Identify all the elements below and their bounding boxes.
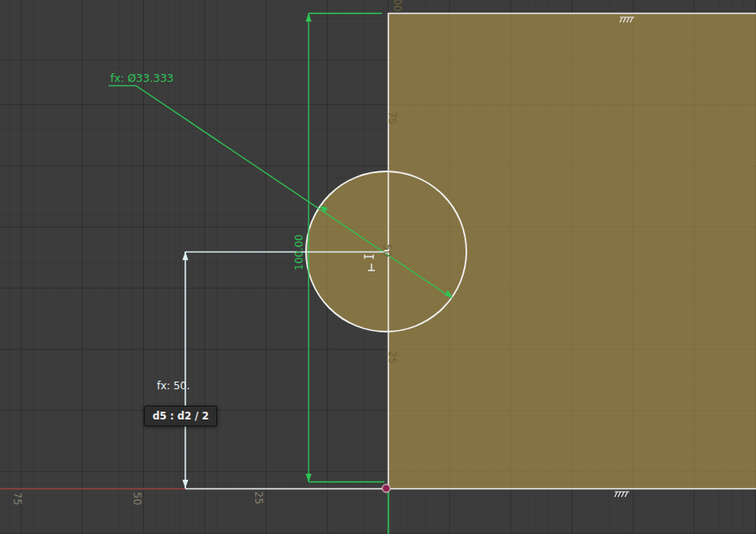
dim-height-arrow-bottom — [306, 474, 312, 482]
profile-fill-region[interactable] — [306, 13, 756, 488]
dimension-expression-tooltip: d5 : d2 / 2 — [144, 406, 217, 426]
ruler-label-y-100-clipped: 00 — [392, 0, 403, 12]
origin-point[interactable] — [382, 484, 390, 492]
sketch-viewport[interactable]: fx: Ø33.333 100.00 fx: 50. d5 : d2 / 2 0… — [0, 0, 756, 534]
dim-height-arrow-top — [306, 13, 312, 22]
ruler-label-y-75: 75 — [387, 111, 397, 124]
ruler-label-x-25: 25 — [253, 491, 264, 504]
ruler-label-y-25: 25 — [387, 351, 397, 363]
dim-offset-arrow-bottom — [183, 480, 189, 488]
dim-diameter-label[interactable]: fx: Ø33.333 — [110, 73, 174, 84]
ruler-label-y-50: 50 — [382, 244, 392, 257]
dim-offset-arrow-top — [183, 251, 189, 260]
dim-height-label[interactable]: 100.00 — [294, 234, 304, 270]
fixed-constraint-icon-bottom[interactable] — [615, 492, 629, 497]
ruler-label-x-50: 50 — [132, 492, 142, 505]
dim-offset-label[interactable]: fx: 50. — [157, 381, 190, 391]
ruler-label-x-75: 75 — [12, 492, 22, 505]
